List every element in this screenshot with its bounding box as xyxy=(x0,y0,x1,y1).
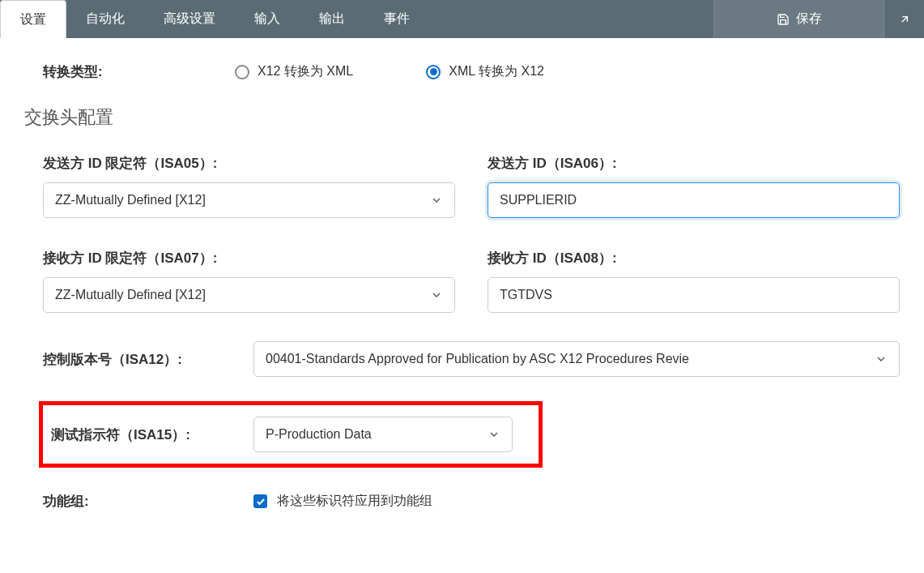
radio-label: XML 转换为 X12 xyxy=(449,63,544,80)
tab-list: 设置 自动化 高级设置 输入 输出 事件 xyxy=(0,0,429,38)
header-spacer xyxy=(429,0,713,38)
isa12-label: 控制版本号（ISA12）: xyxy=(43,350,253,369)
chevron-down-icon xyxy=(875,353,888,366)
func-group-check-label: 将这些标识符应用到功能组 xyxy=(277,493,432,510)
chevron-down-icon xyxy=(430,289,443,301)
isa08-label: 接收方 ID（ISA08）: xyxy=(488,249,900,267)
radio-unchecked-icon xyxy=(235,65,249,79)
isa07-label: 接收方 ID 限定符（ISA07）: xyxy=(43,249,455,267)
func-group-checkbox-wrap[interactable]: 将这些标识符应用到功能组 xyxy=(253,493,432,510)
isa12-value: 00401-Standards Approved for Publication… xyxy=(266,352,868,366)
radio-label: X12 转换为 XML xyxy=(258,63,353,80)
tab-output[interactable]: 输出 xyxy=(300,0,364,38)
checkbox-checked-icon xyxy=(253,494,267,508)
isa05-value: ZZ-Mutually Defined [X12] xyxy=(55,193,424,207)
tab-events[interactable]: 事件 xyxy=(364,0,429,38)
chevron-down-icon xyxy=(488,428,500,441)
radio-checked-icon xyxy=(426,65,441,79)
field-isa12: 控制版本号（ISA12）: 00401-Standards Approved f… xyxy=(43,341,900,377)
save-button[interactable]: 保存 xyxy=(713,0,884,38)
chevron-down-icon xyxy=(430,194,443,207)
tab-settings[interactable]: 设置 xyxy=(0,0,66,38)
isa12-select[interactable]: 00401-Standards Approved for Publication… xyxy=(253,341,900,377)
isa08-input[interactable]: TGTDVS xyxy=(488,277,900,313)
isa15-label: 测试指示符（ISA15）: xyxy=(43,425,253,444)
field-isa08: 接收方 ID（ISA08）: TGTDVS xyxy=(488,249,900,313)
expand-icon xyxy=(898,13,911,26)
isa06-value: SUPPLIERID xyxy=(500,193,577,207)
field-isa07: 接收方 ID 限定符（ISA07）: ZZ-Mutually Defined [… xyxy=(43,249,455,313)
field-isa05: 发送方 ID 限定符（ISA05）: ZZ-Mutually Defined [… xyxy=(43,154,455,218)
conversion-type-label: 转换类型: xyxy=(24,62,235,81)
isa15-value: P-Production Data xyxy=(266,427,481,442)
conversion-type-row: 转换类型: X12 转换为 XML XML 转换为 X12 xyxy=(24,62,900,81)
isa07-value: ZZ-Mutually Defined [X12] xyxy=(55,288,424,302)
isa07-select[interactable]: ZZ-Mutually Defined [X12] xyxy=(43,277,455,313)
isa05-label: 发送方 ID 限定符（ISA05）: xyxy=(43,154,455,173)
radio-x12-to-xml[interactable]: X12 转换为 XML xyxy=(235,63,353,80)
tab-automation[interactable]: 自动化 xyxy=(66,0,144,38)
isa08-value: TGTDVS xyxy=(500,288,552,302)
isa06-label: 发送方 ID（ISA06）: xyxy=(488,154,900,173)
conversion-radio-group: X12 转换为 XML XML 转换为 X12 xyxy=(235,63,544,80)
radio-xml-to-x12[interactable]: XML 转换为 X12 xyxy=(426,63,544,80)
isa15-highlight: 测试指示符（ISA15）: P-Production Data xyxy=(39,401,543,468)
field-isa06: 发送方 ID（ISA06）: SUPPLIERID xyxy=(488,154,900,218)
save-label: 保存 xyxy=(796,11,822,28)
isa15-select[interactable]: P-Production Data xyxy=(253,417,513,452)
expand-button[interactable] xyxy=(884,0,924,38)
section-title: 交换头配置 xyxy=(24,105,900,130)
func-group-row: 功能组: 将这些标识符应用到功能组 xyxy=(43,492,900,511)
isa05-select[interactable]: ZZ-Mutually Defined [X12] xyxy=(43,182,455,218)
tab-input[interactable]: 输入 xyxy=(235,0,300,38)
save-icon xyxy=(777,13,790,26)
isa-field-grid: 发送方 ID 限定符（ISA05）: ZZ-Mutually Defined [… xyxy=(43,154,900,313)
isa06-input[interactable]: SUPPLIERID xyxy=(488,182,900,218)
tab-advanced[interactable]: 高级设置 xyxy=(144,0,235,38)
func-group-label: 功能组: xyxy=(43,492,253,511)
content-area: 转换类型: X12 转换为 XML XML 转换为 X12 交换头配置 发送方 … xyxy=(0,38,924,543)
header-bar: 设置 自动化 高级设置 输入 输出 事件 保存 xyxy=(0,0,924,38)
